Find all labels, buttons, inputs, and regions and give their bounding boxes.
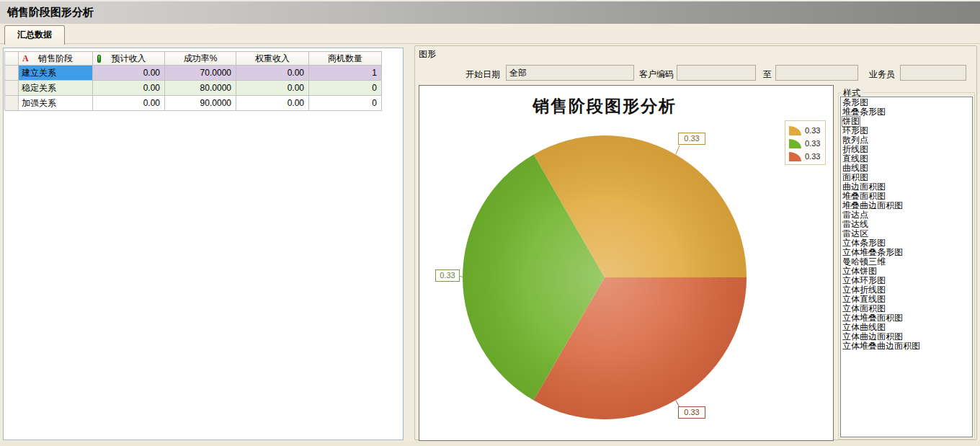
col-label: 权重收入 (255, 53, 290, 63)
grid-header-row: A 销售阶段 预计收入 成功率% 权重收入 (5, 52, 382, 66)
legend-entry: 0.33 (789, 150, 825, 163)
legend-entry: 0.33 (789, 137, 825, 150)
to-label: 至 (763, 68, 772, 81)
window-bottom-edge (0, 441, 980, 446)
chart-legend: 0.33 0.33 0.33 (785, 120, 826, 165)
style-group: 样式 条形图堆叠条形图饼图环形图散列点折线图直线图曲线图面积图曲边面积图堆叠面积… (838, 92, 975, 440)
tab-summary-data[interactable]: 汇总数据 (4, 25, 65, 45)
cell-count[interactable]: 1 (309, 66, 382, 81)
cell-success[interactable]: 70.0000 (165, 66, 236, 81)
pie-chart (419, 86, 834, 442)
legend-value: 0.33 (805, 139, 820, 148)
col-label: 预计收入 (112, 53, 146, 63)
cell-weighted[interactable]: 0.00 (236, 96, 309, 111)
row-indicator (5, 81, 19, 96)
legend-value: 0.33 (805, 126, 820, 135)
sort-a-icon: A (22, 53, 29, 64)
row-indicator-header (5, 52, 19, 66)
col-header-stage[interactable]: A 销售阶段 (19, 52, 93, 66)
pie-shading (463, 135, 747, 419)
cell-expected[interactable]: 0.00 (93, 81, 165, 96)
cell-expected[interactable]: 0.00 (93, 96, 165, 111)
cell-expected[interactable]: 0.00 (93, 66, 165, 81)
col-header-success-rate[interactable]: 成功率% (165, 52, 236, 66)
cell-weighted[interactable]: 0.00 (236, 81, 309, 96)
col-header-weighted-income[interactable]: 权重收入 (236, 52, 309, 66)
chart-title: 销售阶段图形分析 (419, 95, 790, 117)
app-window: 销售阶段图形分析 汇总数据 A 销售阶段 (0, 0, 980, 446)
page-title: 销售阶段图形分析 (7, 6, 94, 18)
col-label: 商机数量 (328, 53, 362, 63)
style-list-item[interactable]: 立体堆叠曲边面积图 (841, 342, 972, 351)
summary-grid-panel: A 销售阶段 预计收入 成功率% 权重收入 (3, 48, 404, 440)
salesman-label: 业务员 (869, 68, 895, 81)
title-bar: 销售阶段图形分析 (0, 0, 980, 24)
customer-code-to-input[interactable] (775, 65, 858, 81)
cell-success[interactable]: 90.0000 (165, 96, 236, 111)
cell-count[interactable]: 0 (309, 81, 382, 96)
legend-value: 0.33 (805, 152, 820, 161)
table-row[interactable]: 建立关系 0.00 70.0000 0.00 1 (5, 66, 382, 81)
graph-panel: 图形 开始日期 客户编码 至 业务员 (414, 45, 977, 440)
salesman-input[interactable] (900, 65, 966, 81)
tab-label: 汇总数据 (17, 30, 52, 40)
slice-value-label: 0.33 (678, 406, 705, 419)
customer-code-label: 客户编码 (639, 68, 674, 81)
cell-weighted[interactable]: 0.00 (236, 66, 309, 81)
legend-entry: 0.33 (789, 124, 825, 137)
chart-area: 销售阶段图形分析 0.33 0.33 0.33 0.33 0.33 0 (419, 85, 834, 441)
cell-stage[interactable]: 加强关系 (19, 96, 93, 111)
row-indicator (5, 66, 19, 81)
style-listbox[interactable]: 条形图堆叠条形图饼图环形图散列点折线图直线图曲线图面积图曲边面积图堆叠面积图堆叠… (840, 97, 973, 437)
tab-strip: 汇总数据 (0, 24, 980, 44)
legend-swatch-icon (789, 152, 801, 161)
style-list-item[interactable]: 堆叠条形图 (841, 107, 972, 117)
graph-panel-caption: 图形 (419, 48, 436, 61)
cell-count[interactable]: 0 (309, 96, 382, 111)
slice-value-label: 0.33 (678, 133, 705, 145)
col-header-expected-income[interactable]: 预计收入 (93, 52, 165, 66)
col-label: 销售阶段 (38, 53, 73, 63)
start-date-label: 开始日期 (466, 68, 500, 81)
customer-code-input[interactable] (677, 65, 756, 81)
row-indicator (5, 96, 19, 111)
start-date-input[interactable] (506, 65, 634, 81)
table-row[interactable]: 加强关系 0.00 90.0000 0.00 0 (5, 96, 382, 111)
field-marker-icon (97, 55, 101, 63)
label-connector (676, 146, 680, 154)
legend-swatch-icon (789, 139, 801, 148)
col-label: 成功率% (184, 53, 218, 63)
table-row[interactable]: 稳定关系 0.00 80.0000 0.00 0 (5, 81, 382, 96)
slice-value-label: 0.33 (435, 269, 460, 282)
legend-swatch-icon (789, 126, 801, 135)
col-header-opportunity-count[interactable]: 商机数量 (309, 52, 382, 66)
cell-success[interactable]: 80.0000 (165, 81, 236, 96)
tab-page: A 销售阶段 预计收入 成功率% 权重收入 (0, 44, 980, 441)
cell-stage[interactable]: 稳定关系 (19, 81, 93, 96)
cell-stage[interactable]: 建立关系 (19, 66, 93, 81)
summary-grid: A 销售阶段 预计收入 成功率% 权重收入 (4, 51, 382, 111)
